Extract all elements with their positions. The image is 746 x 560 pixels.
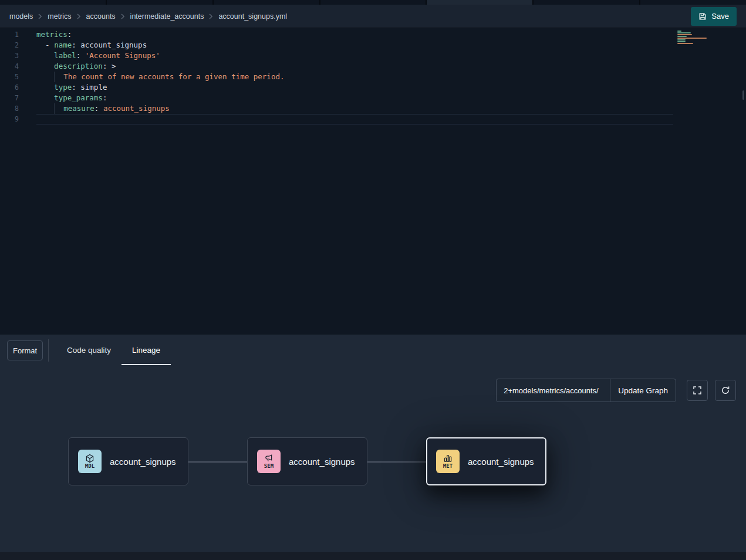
node-icon-tile: MDL — [78, 450, 102, 473]
file-tab[interactable] — [214, 0, 319, 5]
save-icon — [698, 12, 707, 21]
cube-icon — [85, 454, 94, 463]
breadcrumb-item[interactable]: models — [9, 12, 33, 21]
line-number: 7 — [0, 93, 26, 103]
line-number: 8 — [0, 103, 26, 114]
file-tab[interactable] — [0, 0, 106, 5]
node-label: account_signups — [289, 457, 355, 467]
code-line[interactable]: 2 - name: account_signups — [0, 40, 746, 50]
file-tab[interactable] — [640, 0, 746, 5]
file-tab[interactable] — [534, 0, 639, 5]
edge-connector — [188, 461, 247, 463]
chevron-right-icon — [77, 14, 81, 19]
file-tab[interactable] — [320, 0, 426, 5]
node-label: account_signups — [110, 457, 176, 467]
file-tab-strip — [0, 0, 746, 5]
line-number: 3 — [0, 50, 26, 61]
lineage-node[interactable]: SEMaccount_signups — [247, 437, 367, 485]
status-bar — [0, 552, 746, 560]
line-number: 5 — [0, 72, 26, 82]
code-line[interactable]: 8 measure: account_signups — [0, 103, 746, 114]
code-line[interactable]: 3 label: 'Account Signups' — [0, 50, 746, 61]
breadcrumb-item[interactable]: accounts — [86, 12, 116, 21]
code-line[interactable]: 9 — [0, 114, 746, 124]
breadcrumb-item[interactable]: intermediate_accounts — [130, 12, 204, 21]
code-line[interactable]: 4 description: > — [0, 61, 746, 72]
breadcrumb: modelsmetricsaccountsintermediate_accoun… — [9, 12, 287, 21]
lineage-node[interactable]: METaccount_signups — [426, 437, 546, 485]
line-number: 9 — [0, 114, 26, 124]
code-lines: 1metrics:2 - name: account_signups3 labe… — [0, 29, 746, 124]
chevron-right-icon — [209, 14, 213, 19]
file-tab[interactable] — [107, 0, 212, 5]
line-number: 4 — [0, 61, 26, 72]
breadcrumb-item[interactable]: metrics — [48, 12, 71, 21]
save-button[interactable]: Save — [691, 7, 737, 26]
breadcrumb-bar: modelsmetricsaccountsintermediate_accoun… — [0, 5, 746, 28]
code-line[interactable]: 6 type: simple — [0, 82, 746, 93]
line-number: 1 — [0, 29, 26, 40]
minimap[interactable] — [677, 31, 710, 46]
line-number: 6 — [0, 82, 26, 93]
file-tab[interactable] — [427, 0, 532, 5]
bottom-panel: Format Code quality Lineage Update Graph — [0, 335, 746, 560]
node-type-label: MET — [443, 464, 453, 469]
edge-connector — [367, 461, 426, 463]
code-editor[interactable]: 1metrics:2 - name: account_signups3 labe… — [0, 28, 746, 335]
lineage-canvas[interactable]: MDLaccount_signupsSEMaccount_signupsMETa… — [0, 335, 746, 560]
node-type-label: MDL — [85, 464, 94, 469]
chevron-right-icon — [121, 14, 125, 19]
lineage-node[interactable]: MDLaccount_signups — [68, 437, 188, 485]
chevron-right-icon — [38, 14, 42, 19]
code-line[interactable]: 5 The count of new accounts for a given … — [0, 72, 746, 82]
code-line[interactable]: 1metrics: — [0, 29, 746, 40]
megaphone-icon — [264, 454, 274, 463]
node-label: account_signups — [468, 457, 534, 467]
save-button-label: Save — [711, 12, 729, 21]
scrollbar-thumb[interactable] — [742, 90, 744, 100]
line-number: 2 — [0, 40, 26, 50]
ide-window: modelsmetricsaccountsintermediate_accoun… — [0, 0, 746, 560]
breadcrumb-item[interactable]: account_signups.yml — [218, 12, 287, 21]
node-icon-tile: SEM — [257, 450, 281, 473]
node-type-label: SEM — [264, 464, 274, 469]
node-icon-tile: MET — [436, 450, 460, 473]
code-line[interactable]: 7 type_params: — [0, 93, 746, 103]
bar-chart-icon — [443, 454, 453, 463]
